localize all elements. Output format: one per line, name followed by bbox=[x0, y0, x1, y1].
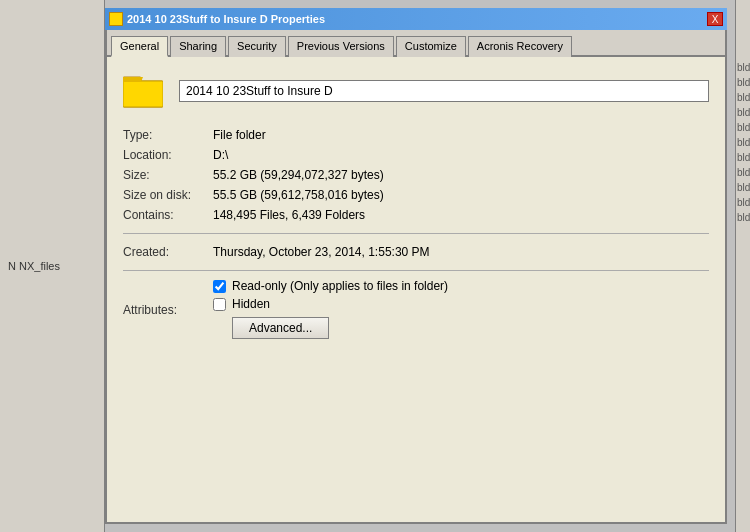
separator bbox=[123, 233, 709, 234]
readonly-checkbox[interactable] bbox=[213, 280, 226, 293]
tab-security[interactable]: Security bbox=[228, 36, 286, 57]
right-label-8: bld bbox=[736, 165, 750, 180]
readonly-label: Read-only (Only applies to files in fold… bbox=[232, 279, 448, 293]
hidden-label: Hidden bbox=[232, 297, 270, 311]
right-label-7: bld bbox=[736, 150, 750, 165]
tab-previous-versions[interactable]: Previous Versions bbox=[288, 36, 394, 57]
tab-bar: General Sharing Security Previous Versio… bbox=[107, 30, 725, 57]
title-folder-icon bbox=[109, 12, 123, 26]
tab-acronis-recovery[interactable]: Acronis Recovery bbox=[468, 36, 572, 57]
right-label-4: bld bbox=[736, 105, 750, 120]
tab-content: Type: File folder Location: D:\ Size: 55… bbox=[107, 57, 725, 522]
hidden-row: Hidden bbox=[213, 297, 709, 311]
title-text: 2014 10 23Stuff to Insure D Properties bbox=[127, 13, 325, 25]
right-label-5: bld bbox=[736, 120, 750, 135]
right-label-11: bld bbox=[736, 210, 750, 225]
attributes-label: Attributes: bbox=[123, 301, 213, 317]
tab-customize[interactable]: Customize bbox=[396, 36, 466, 57]
right-label-2: bld bbox=[736, 75, 750, 90]
size-label: Size: bbox=[123, 165, 213, 185]
svg-marker-3 bbox=[123, 77, 143, 82]
created-row: Created: Thursday, October 23, 2014, 1:5… bbox=[123, 242, 709, 262]
folder-header bbox=[123, 73, 709, 109]
dialog-area: 2014 10 23Stuff to Insure D Properties X… bbox=[105, 0, 735, 532]
size-on-disk-row: Size on disk: 55.5 GB (59,612,758,016 by… bbox=[123, 185, 709, 205]
advanced-row: Advanced... bbox=[232, 317, 709, 339]
size-on-disk-label: Size on disk: bbox=[123, 185, 213, 205]
sidebar: N NX_files bbox=[0, 0, 105, 532]
location-value: D:\ bbox=[213, 145, 709, 165]
type-value: File folder bbox=[213, 125, 709, 145]
contains-value: 148,495 Files, 6,439 Folders bbox=[213, 205, 709, 225]
close-button[interactable]: X bbox=[707, 12, 723, 26]
size-row: Size: 55.2 GB (59,294,072,327 bytes) bbox=[123, 165, 709, 185]
tab-general[interactable]: General bbox=[111, 36, 168, 57]
attributes-items: Read-only (Only applies to files in fold… bbox=[213, 279, 709, 339]
folder-name-input[interactable] bbox=[179, 80, 709, 102]
type-row: Type: File folder bbox=[123, 125, 709, 145]
title-bar: 2014 10 23Stuff to Insure D Properties X bbox=[105, 8, 727, 30]
right-label-10: bld bbox=[736, 195, 750, 210]
advanced-button[interactable]: Advanced... bbox=[232, 317, 329, 339]
contains-row: Contains: 148,495 Files, 6,439 Folders bbox=[123, 205, 709, 225]
right-label-1: bld bbox=[736, 60, 750, 75]
right-label-9: bld bbox=[736, 180, 750, 195]
location-row: Location: D:\ bbox=[123, 145, 709, 165]
sidebar-bottom-text: N NX_files bbox=[8, 258, 104, 274]
right-label-3: bld bbox=[736, 90, 750, 105]
folder-icon bbox=[123, 73, 163, 109]
size-on-disk-value: 55.5 GB (59,612,758,016 bytes) bbox=[213, 185, 709, 205]
readonly-row: Read-only (Only applies to files in fold… bbox=[213, 279, 709, 293]
tab-sharing[interactable]: Sharing bbox=[170, 36, 226, 57]
type-label: Type: bbox=[123, 125, 213, 145]
location-label: Location: bbox=[123, 145, 213, 165]
created-value: Thursday, October 23, 2014, 1:55:30 PM bbox=[213, 242, 709, 262]
right-label-6: bld bbox=[736, 135, 750, 150]
dialog-window: General Sharing Security Previous Versio… bbox=[105, 30, 727, 524]
created-table: Created: Thursday, October 23, 2014, 1:5… bbox=[123, 242, 709, 262]
properties-table: Type: File folder Location: D:\ Size: 55… bbox=[123, 125, 709, 225]
hidden-checkbox[interactable] bbox=[213, 298, 226, 311]
svg-rect-2 bbox=[123, 81, 163, 107]
right-panel: bld bld bld bld bld bld bld bld bld bld … bbox=[735, 0, 750, 532]
size-value: 55.2 GB (59,294,072,327 bytes) bbox=[213, 165, 709, 185]
separator-2 bbox=[123, 270, 709, 271]
attributes-row: Attributes: Read-only (Only applies to f… bbox=[123, 279, 709, 339]
created-label: Created: bbox=[123, 242, 213, 262]
contains-label: Contains: bbox=[123, 205, 213, 225]
right-labels: bld bld bld bld bld bld bld bld bld bld … bbox=[736, 0, 750, 225]
